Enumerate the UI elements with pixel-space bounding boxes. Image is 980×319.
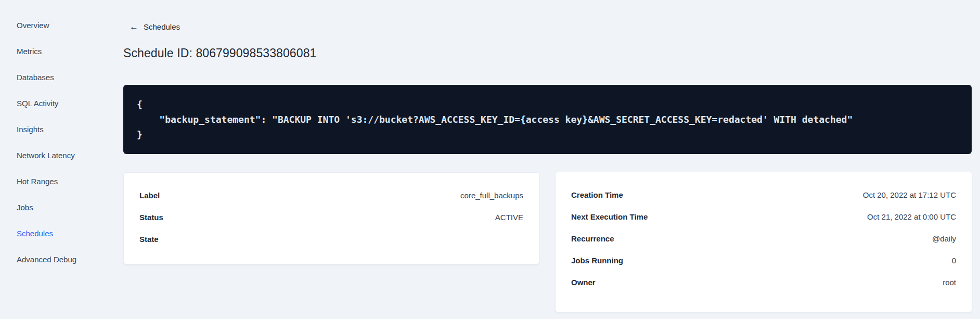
sidebar-item-label: Insights xyxy=(17,125,44,134)
row-value: root xyxy=(943,278,956,287)
schedule-timing-card: Creation Time Oct 20, 2022 at 17:12 UTC … xyxy=(555,172,972,312)
row-label: State xyxy=(139,235,159,244)
row-label: Jobs Running xyxy=(571,256,623,265)
sidebar-item-label: Databases xyxy=(17,73,54,82)
schedule-row-next-execution-time: Next Execution Time Oct 21, 2022 at 0:00… xyxy=(571,206,956,227)
row-value: Oct 21, 2022 at 0:00 UTC xyxy=(867,212,956,221)
details-row-label: Label core_full_backups xyxy=(139,184,523,206)
sidebar-item-label: Hot Ranges xyxy=(17,177,58,186)
row-value: 0 xyxy=(952,256,956,265)
sidebar-item-label: Metrics xyxy=(17,47,42,56)
row-label: Owner xyxy=(571,278,596,287)
schedule-definition-code-block: { "backup_statement": "BACKUP INTO 's3:/… xyxy=(123,85,972,154)
row-label: Creation Time xyxy=(571,190,623,199)
details-row-status: Status ACTIVE xyxy=(139,206,523,228)
sidebar-item-list: Overview Metrics Databases SQL Activity … xyxy=(0,0,104,272)
sidebar-item-label: Jobs xyxy=(17,203,33,212)
sidebar-item-label: Network Latency xyxy=(17,151,75,160)
back-link-label: Schedules xyxy=(144,22,180,31)
sidebar-item-sql-activity[interactable]: SQL Activity xyxy=(17,90,104,116)
row-label: Label xyxy=(139,191,160,200)
row-value: Oct 20, 2022 at 17:12 UTC xyxy=(863,190,956,199)
sidebar-nav: Overview Metrics Databases SQL Activity … xyxy=(0,0,104,319)
row-label: Status xyxy=(139,213,163,222)
schedule-row-creation-time: Creation Time Oct 20, 2022 at 17:12 UTC xyxy=(571,184,956,206)
sidebar-item-label: SQL Activity xyxy=(17,99,58,108)
sidebar-item-hot-ranges[interactable]: Hot Ranges xyxy=(17,168,104,194)
schedule-row-recurrence: Recurrence @daily xyxy=(571,227,956,249)
details-row-state: State xyxy=(139,228,523,250)
sidebar-item-label: Schedules xyxy=(17,229,53,238)
sidebar-item-metrics[interactable]: Metrics xyxy=(17,38,104,64)
row-value: @daily xyxy=(932,234,956,243)
sidebar-item-advanced-debug[interactable]: Advanced Debug xyxy=(17,246,104,272)
timing-card-rows: Creation Time Oct 20, 2022 at 17:12 UTC … xyxy=(571,184,956,293)
sidebar-item-schedules[interactable]: Schedules xyxy=(17,220,104,246)
sidebar-item-label: Overview xyxy=(17,21,49,30)
schedule-row-jobs-running: Jobs Running 0 xyxy=(571,249,956,271)
back-to-schedules-link[interactable]: ← Schedules xyxy=(130,22,180,31)
sidebar-item-overview[interactable]: Overview xyxy=(17,12,104,38)
row-label: Recurrence xyxy=(571,234,614,243)
row-value: core_full_backups xyxy=(460,191,523,200)
row-value: ACTIVE xyxy=(495,213,523,222)
sidebar-item-jobs[interactable]: Jobs xyxy=(17,194,104,220)
schedule-row-owner: Owner root xyxy=(571,271,956,293)
sidebar-item-label: Advanced Debug xyxy=(17,255,76,264)
details-card-rows: Label core_full_backups Status ACTIVE St… xyxy=(139,184,523,250)
schedule-details-card: Label core_full_backups Status ACTIVE St… xyxy=(123,172,539,264)
page-title: Schedule ID: 806799098533806081 xyxy=(123,46,316,60)
arrow-left-icon: ← xyxy=(130,22,138,31)
sidebar-item-network-latency[interactable]: Network Latency xyxy=(17,142,104,168)
sidebar-item-insights[interactable]: Insights xyxy=(17,116,104,142)
row-label: Next Execution Time xyxy=(571,212,648,221)
sidebar-item-databases[interactable]: Databases xyxy=(17,64,104,90)
